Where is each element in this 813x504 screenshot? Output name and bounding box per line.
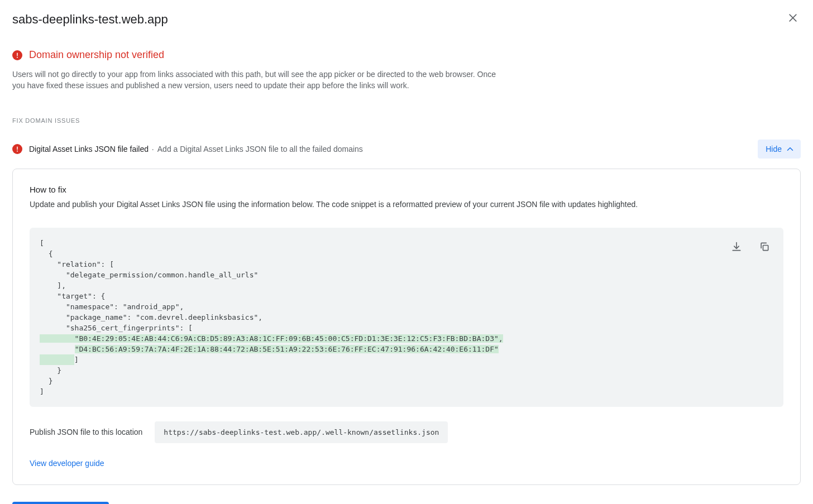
- developer-guide-link[interactable]: View developer guide: [30, 459, 104, 468]
- code-content: [ { "relation": [ "delegate_permission/c…: [40, 238, 773, 397]
- publish-location: https://sabs-deeplinks-test.web.app/.wel…: [155, 421, 448, 443]
- svg-rect-6: [17, 146, 18, 150]
- alert-description: Users will not go directly to your app f…: [12, 69, 504, 92]
- issue-title: Digital Asset Links JSON file failed: [29, 145, 149, 153]
- issue-subtitle: Add a Digital Asset Links JSON file to a…: [157, 145, 363, 153]
- highlighted-line: "D4:BC:56:A9:59:7A:7A:4F:2E:1A:88:44:72:…: [75, 345, 499, 353]
- publish-label: Publish JSON file to this location: [30, 428, 142, 436]
- alert-title: Domain ownership not verified: [29, 49, 164, 61]
- hide-button[interactable]: Hide: [758, 140, 801, 159]
- issue-title-line: Digital Asset Links JSON file failed ·Ad…: [29, 145, 363, 153]
- section-label: FIX DOMAIN ISSUES: [12, 117, 801, 124]
- error-icon: [12, 50, 22, 60]
- hide-label: Hide: [766, 145, 782, 153]
- highlighted-line: "B0:4E:29:05:4E:AB:44:C6:9A:CB:D5:89:A3:…: [40, 334, 503, 343]
- recheck-verification-button[interactable]: Recheck verification: [12, 502, 109, 504]
- svg-point-4: [17, 56, 18, 57]
- how-to-fix-heading: How to fix: [30, 185, 783, 194]
- svg-point-7: [17, 150, 18, 151]
- how-to-fix-description: Update and publish your Digital Asset Li…: [30, 200, 783, 209]
- how-to-fix-card: How to fix Update and publish your Digit…: [12, 169, 801, 485]
- svg-rect-3: [17, 52, 18, 56]
- highlighted-line: [40, 354, 74, 365]
- error-icon: [12, 144, 22, 154]
- page-title: sabs-deeplinks-test.web.app: [12, 12, 168, 27]
- svg-rect-8: [763, 245, 768, 250]
- download-icon[interactable]: [728, 238, 745, 256]
- chevron-up-icon: [785, 144, 795, 154]
- code-snippet: [ { "relation": [ "delegate_permission/c…: [30, 228, 783, 407]
- close-icon[interactable]: [785, 10, 801, 26]
- copy-icon[interactable]: [755, 238, 773, 256]
